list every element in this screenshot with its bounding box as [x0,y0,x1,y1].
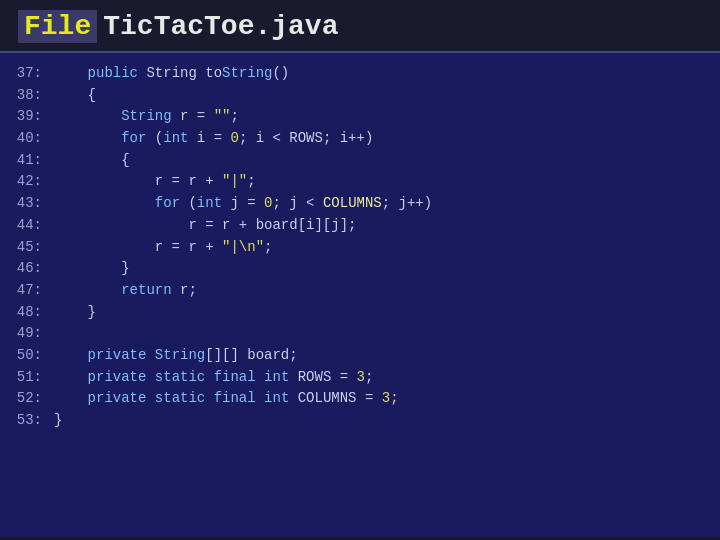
code-line: 48: } [0,302,720,324]
line-code: r = r + "|"; [54,171,256,193]
line-number: 46: [12,258,54,280]
line-code: r = r + "|\n"; [54,237,272,259]
code-line: 52: private static final int COLUMNS = 3… [0,388,720,410]
filename: TicTacToe.java [103,11,338,42]
line-code: return r; [54,280,197,302]
code-line: 40: for (int i = 0; i < ROWS; i++) [0,128,720,150]
line-code: } [54,258,130,280]
line-number: 51: [12,367,54,389]
code-line: 38: { [0,85,720,107]
line-number: 52: [12,388,54,410]
line-code: for (int i = 0; i < ROWS; i++) [54,128,373,150]
line-number: 48: [12,302,54,324]
code-line: 46: } [0,258,720,280]
code-line: 51: private static final int ROWS = 3; [0,367,720,389]
line-code: } [54,410,62,432]
code-line: 44: r = r + board[i][j]; [0,215,720,237]
line-code: public String toString() [54,63,289,85]
code-line: 43: for (int j = 0; j < COLUMNS; j++) [0,193,720,215]
title-bar: File TicTacToe.java [0,0,720,53]
line-code: private String[][] board; [54,345,298,367]
line-number: 49: [12,323,54,345]
file-label: File [18,10,97,43]
line-code: } [54,302,96,324]
line-number: 38: [12,85,54,107]
code-line: 41: { [0,150,720,172]
line-code: private static final int ROWS = 3; [54,367,373,389]
line-code: { [54,85,96,107]
line-number: 37: [12,63,54,85]
code-line: 53:} [0,410,720,432]
line-number: 41: [12,150,54,172]
line-number: 53: [12,410,54,432]
code-line: 47: return r; [0,280,720,302]
line-number: 42: [12,171,54,193]
code-line: 50: private String[][] board; [0,345,720,367]
line-number: 47: [12,280,54,302]
code-line: 42: r = r + "|"; [0,171,720,193]
line-code: String r = ""; [54,106,239,128]
line-number: 45: [12,237,54,259]
line-code: private static final int COLUMNS = 3; [54,388,399,410]
line-number: 50: [12,345,54,367]
line-code: for (int j = 0; j < COLUMNS; j++) [54,193,432,215]
code-line: 37: public String toString() [0,63,720,85]
code-area: 37: public String toString()38: {39: Str… [0,53,720,537]
line-number: 43: [12,193,54,215]
line-code: r = r + board[i][j]; [54,215,356,237]
code-line: 45: r = r + "|\n"; [0,237,720,259]
line-number: 44: [12,215,54,237]
line-number: 40: [12,128,54,150]
code-line: 39: String r = ""; [0,106,720,128]
line-number: 39: [12,106,54,128]
code-line: 49: [0,323,720,345]
line-code: { [54,150,130,172]
